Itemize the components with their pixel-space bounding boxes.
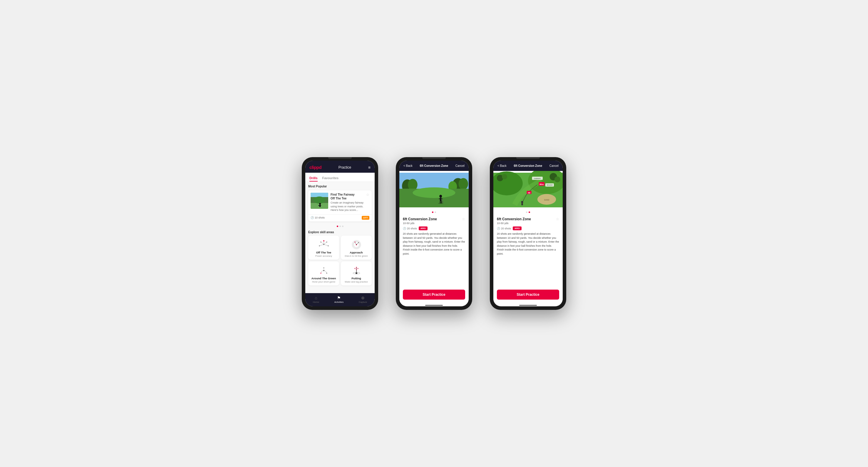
- svg-point-33: [354, 268, 355, 269]
- skill-name-atg: Around The Green: [311, 277, 336, 280]
- svg-line-9: [321, 242, 324, 244]
- map-dot-1: [526, 211, 527, 213]
- start-practice-button-3[interactable]: Start Practice: [497, 290, 559, 300]
- skill-desc-putting: Make and lag practice: [345, 280, 368, 283]
- drill-description: Create an imaginary fairway using trees …: [331, 201, 369, 212]
- svg-point-3: [313, 197, 325, 204]
- start-practice-button[interactable]: Start Practice: [403, 290, 465, 300]
- drill-photo: [399, 171, 469, 209]
- phone3-drill-info: 6ft Conversion Zone 10-50 yds ☆ 🕐 20 sho…: [493, 214, 563, 259]
- back-button[interactable]: < Back: [403, 164, 412, 167]
- phone3-drill-description: 20 shots are randomly generated at dista…: [497, 232, 559, 256]
- svg-point-24: [358, 242, 359, 243]
- tab-drills[interactable]: Drills: [309, 175, 318, 181]
- svg-point-14: [320, 241, 321, 242]
- svg-point-30: [355, 272, 357, 274]
- dot-2: [339, 226, 341, 227]
- cancel-button[interactable]: Cancel: [456, 164, 465, 167]
- phone-3: < Back 6ft Conversion Zone Cancel: [490, 157, 566, 310]
- skill-off-the-tee[interactable]: Off The Tee Power accuracy: [308, 236, 339, 260]
- svg-point-44: [412, 188, 455, 198]
- approach-icon: [349, 238, 364, 251]
- nav-activities[interactable]: ⚑ Activities: [334, 296, 344, 303]
- svg-point-35: [356, 267, 357, 268]
- svg-text:Miss: Miss: [539, 183, 544, 185]
- shots-meta: 🕐 20 shots: [403, 227, 417, 230]
- svg-rect-47: [439, 199, 442, 199]
- map-dot-2: [529, 211, 530, 213]
- tabs-bar: Drills Favourites: [305, 173, 375, 182]
- skill-around-green[interactable]: Around The Green Hone your short game: [308, 261, 339, 286]
- off-tee-icon: [316, 238, 331, 251]
- drill-title: Find The Fairway: [331, 193, 355, 197]
- skills-grid: Off The Tee Power accuracy: [308, 236, 372, 286]
- most-popular-title: Most Popular: [308, 185, 372, 188]
- nav-capture-label: Capture: [359, 301, 367, 303]
- phone3-drill-title: 6ft Conversion Zone: [514, 164, 542, 167]
- svg-line-10: [324, 242, 327, 244]
- golf-image: [311, 193, 328, 209]
- nav-capture[interactable]: ⊕ Capture: [359, 296, 367, 303]
- phone3-favourite-star[interactable]: ☆: [556, 217, 559, 221]
- svg-point-13: [323, 240, 324, 241]
- drill-info: Find The Fairway Off The Tee ☆ Create an…: [331, 193, 369, 212]
- cancel-button-3[interactable]: Cancel: [550, 164, 559, 167]
- app-logo: clippd: [309, 165, 321, 170]
- drill-title-row: 6ft Conversion Zone 10-50 yds ☆: [403, 217, 465, 225]
- around-green-icon: [316, 264, 331, 277]
- tab-favourites[interactable]: Favourites: [322, 175, 339, 181]
- phone2-content: 6ft Conversion Zone 10-50 yds ☆ 🕐 20 sho…: [399, 171, 469, 287]
- bottom-nav: ⌂ Home ⚑ Activities ⊕ Capture: [305, 293, 375, 306]
- drill-meta: 🕐 20 shots ARG: [403, 227, 465, 230]
- home-icon: ⌂: [315, 296, 317, 300]
- golf-map-svg: Miss Hit SAND FAIRWAY: [493, 171, 563, 209]
- phone1-header: clippd Practice ≡: [305, 161, 375, 173]
- nav-home-label: Home: [313, 301, 319, 303]
- phone3-shots-meta: 🕐 20 shots: [497, 227, 511, 230]
- svg-point-32: [356, 269, 357, 270]
- golfer-img-svg: [311, 193, 328, 209]
- drill-thumbnail: [311, 193, 328, 209]
- phone-1-screen: clippd Practice ≡ Drills Favourites Most…: [305, 161, 375, 306]
- phone3-arg-tag: ARG: [513, 227, 522, 230]
- phone2-bottom: Start Practice: [399, 287, 469, 304]
- home-indicator-3: [519, 305, 537, 306]
- drill-subtitle: Off The Tee: [331, 197, 355, 200]
- phone3-drill-meta: 🕐 20 shots ARG: [497, 227, 559, 230]
- phone-2-screen: < Back 6ft Conversion Zone Cancel: [399, 161, 469, 306]
- featured-drill-card[interactable]: Find The Fairway Off The Tee ☆ Create an…: [308, 190, 372, 222]
- svg-point-17: [328, 245, 329, 246]
- drill-yardage: 10-50 yds: [403, 222, 437, 225]
- activities-icon: ⚑: [337, 296, 341, 300]
- img-dot-2: [435, 211, 436, 213]
- svg-point-15: [326, 241, 327, 242]
- svg-line-12: [324, 244, 328, 246]
- skill-putting[interactable]: Putting Make and lag practice: [341, 261, 372, 286]
- phone3-drill-name: 6ft Conversion Zone: [497, 217, 531, 221]
- phone-1: clippd Practice ≡ Drills Favourites Most…: [302, 157, 378, 310]
- menu-icon[interactable]: ≡: [368, 165, 371, 170]
- svg-rect-2: [311, 193, 328, 197]
- favourite-icon[interactable]: ☆: [366, 193, 369, 200]
- phone3-title-row: 6ft Conversion Zone 10-50 yds ☆: [497, 217, 559, 225]
- clock-icon: 🕐: [311, 216, 314, 219]
- skill-approach[interactable]: Approach Dial-in to hit the green: [341, 236, 372, 260]
- skill-name-approach: Approach: [350, 251, 363, 254]
- img-dot-1: [432, 211, 433, 213]
- back-button-3[interactable]: < Back: [497, 164, 506, 167]
- phones-container: clippd Practice ≡ Drills Favourites Most…: [302, 157, 566, 310]
- phone3-drill-yardage: 10-50 yds: [497, 222, 531, 225]
- phone-2: < Back 6ft Conversion Zone Cancel: [396, 157, 472, 310]
- phone3-header: < Back 6ft Conversion Zone Cancel: [493, 161, 563, 171]
- svg-text:SAND: SAND: [544, 199, 550, 201]
- svg-text:FAIRWAY: FAIRWAY: [534, 178, 541, 179]
- svg-line-11: [319, 244, 324, 246]
- favourite-star[interactable]: ☆: [462, 217, 465, 221]
- phone2-drill-title: 6ft Conversion Zone: [420, 164, 448, 167]
- putting-icon: [349, 264, 364, 277]
- nav-home[interactable]: ⌂ Home: [313, 296, 319, 303]
- phone-3-screen: < Back 6ft Conversion Zone Cancel: [493, 161, 563, 306]
- skill-desc-ott: Power accuracy: [315, 255, 332, 257]
- svg-point-27: [326, 273, 327, 273]
- phone3-bottom: Start Practice: [493, 287, 563, 304]
